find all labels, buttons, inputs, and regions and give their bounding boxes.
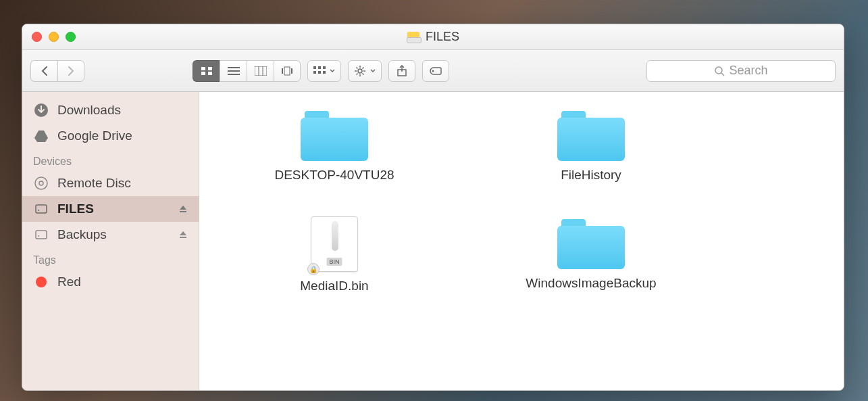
svg-rect-41 [180, 237, 186, 238]
folder-icon [557, 216, 625, 269]
gdrive-icon [33, 128, 49, 144]
chevron-down-icon [330, 69, 335, 73]
folder-item[interactable]: FileHistory [483, 108, 699, 183]
list-view-button[interactable] [220, 60, 247, 82]
disc-icon [33, 175, 49, 191]
share-icon [397, 65, 407, 77]
sidebar-item-label: Red [57, 275, 188, 289]
sidebar-item-backups[interactable]: Backups [22, 222, 199, 247]
svg-point-35 [39, 181, 43, 185]
search-field[interactable]: Search [646, 60, 836, 82]
tag-icon [429, 66, 442, 76]
chevron-left-icon [41, 66, 49, 76]
sidebar-item-files[interactable]: FILES [22, 196, 199, 222]
drive-icon [407, 32, 420, 43]
sidebar-header-devices: Devices [22, 149, 199, 170]
drive-icon [33, 227, 49, 243]
svg-rect-16 [313, 71, 316, 74]
chevron-down-icon [370, 69, 376, 73]
folder-item[interactable]: WindowsImageBackup [483, 216, 699, 293]
list-icon [228, 66, 240, 76]
sidebar-header-tags: Tags [22, 247, 199, 269]
toolbar: Search [22, 50, 844, 92]
item-label: MediaID.bin [300, 279, 368, 293]
nav-buttons [30, 60, 84, 82]
tags-button[interactable] [422, 60, 449, 82]
sidebar-item-label: Google Drive [57, 128, 188, 143]
svg-rect-0 [201, 67, 205, 70]
item-label: WindowsImageBackup [526, 276, 656, 291]
titlebar[interactable]: FILES [22, 24, 844, 50]
search-icon [714, 66, 725, 76]
svg-point-30 [432, 70, 434, 72]
sidebar-item-label: FILES [57, 202, 170, 216]
svg-line-24 [357, 67, 358, 68]
back-button[interactable] [30, 60, 57, 82]
coverflow-view-button[interactable] [274, 60, 301, 82]
view-buttons [193, 60, 301, 82]
file-item[interactable]: BIN 🔒 MediaID.bin [226, 216, 442, 293]
sidebar: Downloads Google Drive Devices Remote Di… [22, 92, 199, 390]
chevron-right-icon [67, 66, 75, 76]
svg-rect-38 [180, 211, 186, 212]
svg-line-25 [363, 73, 364, 74]
sidebar-item-label: Backups [57, 227, 170, 242]
svg-line-32 [721, 73, 724, 76]
sidebar-item-downloads[interactable]: Downloads [22, 97, 199, 123]
share-button[interactable] [388, 60, 415, 82]
icon-view-button[interactable] [193, 60, 220, 82]
svg-line-27 [357, 73, 358, 74]
eject-button[interactable] [178, 204, 188, 214]
gear-icon [354, 65, 366, 77]
finder-window: FILES [22, 24, 844, 391]
search-placeholder: Search [729, 64, 767, 78]
forward-button[interactable] [57, 60, 84, 82]
arrange-icon [313, 66, 326, 76]
svg-rect-10 [284, 67, 290, 75]
sidebar-item-label: Downloads [57, 103, 188, 118]
close-button[interactable] [32, 32, 42, 42]
svg-point-19 [358, 69, 362, 73]
folder-icon [557, 108, 625, 161]
drive-icon [33, 201, 49, 217]
svg-rect-15 [323, 66, 326, 69]
svg-rect-1 [208, 67, 212, 70]
svg-rect-13 [313, 66, 316, 69]
svg-point-31 [715, 67, 722, 74]
sidebar-item-label: Remote Disc [57, 176, 188, 191]
svg-line-26 [363, 67, 364, 68]
downloads-icon [33, 102, 49, 118]
svg-rect-14 [318, 66, 321, 69]
sidebar-tag-red[interactable]: Red [22, 269, 199, 295]
window-body: Downloads Google Drive Devices Remote Di… [22, 92, 844, 390]
bin-file-icon: BIN 🔒 [311, 216, 358, 272]
traffic-lights [22, 32, 76, 42]
svg-rect-39 [36, 231, 47, 239]
window-title-text: FILES [426, 30, 459, 44]
minimize-button[interactable] [49, 32, 59, 42]
svg-rect-36 [36, 205, 47, 213]
icon-grid: DESKTOP-40VTU28 FileHistory BIN 🔒 MediaI… [226, 108, 817, 293]
window-title: FILES [22, 30, 844, 44]
svg-rect-7 [255, 66, 267, 76]
content-area[interactable]: DESKTOP-40VTU28 FileHistory BIN 🔒 MediaI… [199, 92, 844, 390]
svg-rect-17 [318, 71, 321, 74]
sidebar-item-remote-disc[interactable]: Remote Disc [22, 170, 199, 196]
svg-rect-3 [208, 72, 212, 75]
svg-rect-2 [201, 72, 205, 75]
folder-icon [301, 108, 368, 161]
svg-rect-18 [323, 71, 326, 74]
column-view-button[interactable] [247, 60, 274, 82]
svg-point-34 [35, 177, 47, 189]
sidebar-item-google-drive[interactable]: Google Drive [22, 123, 199, 149]
coverflow-icon [281, 66, 293, 76]
maximize-button[interactable] [66, 32, 76, 42]
lock-icon: 🔒 [307, 263, 320, 275]
folder-item[interactable]: DESKTOP-40VTU28 [226, 108, 442, 183]
tag-dot-icon [33, 274, 49, 290]
eject-button[interactable] [178, 230, 188, 239]
action-button[interactable] [348, 60, 382, 82]
item-label: FileHistory [561, 168, 621, 183]
columns-icon [255, 66, 267, 76]
arrange-button[interactable] [307, 60, 341, 82]
